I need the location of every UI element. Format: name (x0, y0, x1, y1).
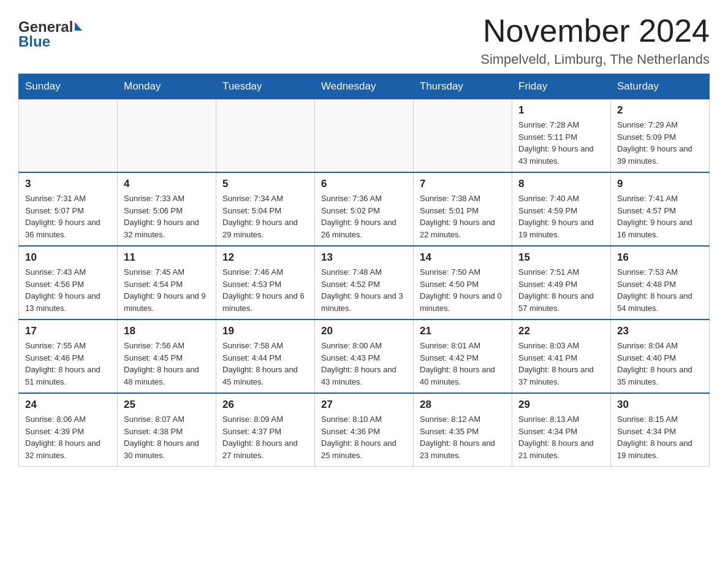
calendar-week-row: 17Sunrise: 7:55 AM Sunset: 4:46 PM Dayli… (19, 320, 710, 393)
day-info: Sunrise: 7:46 AM Sunset: 4:53 PM Dayligh… (222, 266, 308, 314)
day-info: Sunrise: 8:03 AM Sunset: 4:41 PM Dayligh… (518, 340, 604, 388)
table-row (216, 99, 315, 173)
day-info: Sunrise: 8:15 AM Sunset: 4:34 PM Dayligh… (617, 413, 703, 461)
col-tuesday: Tuesday (216, 74, 315, 99)
day-info: Sunrise: 8:07 AM Sunset: 4:38 PM Dayligh… (124, 413, 210, 461)
day-info: Sunrise: 7:58 AM Sunset: 4:44 PM Dayligh… (222, 340, 308, 388)
day-info: Sunrise: 7:29 AM Sunset: 5:09 PM Dayligh… (617, 119, 703, 167)
day-number: 1 (518, 104, 604, 117)
table-row: 4Sunrise: 7:33 AM Sunset: 5:06 PM Daylig… (118, 172, 216, 246)
calendar-header-row: Sunday Monday Tuesday Wednesday Thursday… (19, 74, 710, 99)
day-info: Sunrise: 7:40 AM Sunset: 4:59 PM Dayligh… (518, 193, 604, 240)
table-row (118, 99, 216, 173)
day-info: Sunrise: 7:55 AM Sunset: 4:46 PM Dayligh… (25, 340, 111, 388)
day-info: Sunrise: 8:09 AM Sunset: 4:37 PM Dayligh… (222, 413, 308, 461)
day-info: Sunrise: 7:31 AM Sunset: 5:07 PM Dayligh… (25, 193, 111, 240)
day-info: Sunrise: 8:01 AM Sunset: 4:42 PM Dayligh… (420, 340, 506, 388)
day-number: 24 (25, 399, 111, 411)
day-number: 4 (124, 178, 210, 190)
logo-blue: Blue (18, 33, 50, 50)
day-number: 23 (617, 325, 703, 337)
col-monday: Monday (118, 74, 216, 99)
day-number: 20 (321, 325, 407, 337)
logo-arrow-icon (75, 22, 82, 31)
month-title: November 2024 (480, 12, 710, 49)
table-row: 20Sunrise: 8:00 AM Sunset: 4:43 PM Dayli… (315, 320, 414, 393)
day-info: Sunrise: 7:38 AM Sunset: 5:01 PM Dayligh… (420, 193, 506, 240)
day-number: 19 (222, 325, 308, 337)
day-number: 6 (321, 178, 407, 190)
table-row: 14Sunrise: 7:50 AM Sunset: 4:50 PM Dayli… (414, 246, 512, 320)
calendar-week-row: 10Sunrise: 7:43 AM Sunset: 4:56 PM Dayli… (19, 246, 710, 320)
table-row (414, 99, 512, 173)
day-number: 15 (518, 251, 604, 264)
day-info: Sunrise: 7:48 AM Sunset: 4:52 PM Dayligh… (321, 266, 407, 314)
table-row: 19Sunrise: 7:58 AM Sunset: 4:44 PM Dayli… (216, 320, 315, 393)
table-row: 5Sunrise: 7:34 AM Sunset: 5:04 PM Daylig… (216, 172, 315, 246)
day-number: 21 (420, 325, 506, 337)
col-thursday: Thursday (414, 74, 512, 99)
day-number: 10 (25, 251, 111, 264)
day-number: 11 (124, 251, 210, 264)
day-info: Sunrise: 7:51 AM Sunset: 4:49 PM Dayligh… (518, 266, 604, 314)
day-number: 13 (321, 251, 407, 264)
day-info: Sunrise: 8:04 AM Sunset: 4:40 PM Dayligh… (617, 340, 703, 388)
day-info: Sunrise: 8:00 AM Sunset: 4:43 PM Dayligh… (321, 340, 407, 388)
table-row: 30Sunrise: 8:15 AM Sunset: 4:34 PM Dayli… (611, 393, 710, 467)
table-row: 24Sunrise: 8:06 AM Sunset: 4:39 PM Dayli… (19, 393, 118, 467)
day-number: 27 (321, 399, 407, 411)
table-row: 25Sunrise: 8:07 AM Sunset: 4:38 PM Dayli… (118, 393, 216, 467)
day-info: Sunrise: 7:36 AM Sunset: 5:02 PM Dayligh… (321, 193, 407, 240)
table-row (19, 99, 118, 173)
table-row: 13Sunrise: 7:48 AM Sunset: 4:52 PM Dayli… (315, 246, 414, 320)
day-info: Sunrise: 7:33 AM Sunset: 5:06 PM Dayligh… (124, 193, 210, 240)
day-info: Sunrise: 7:56 AM Sunset: 4:45 PM Dayligh… (124, 340, 210, 388)
table-row: 8Sunrise: 7:40 AM Sunset: 4:59 PM Daylig… (512, 172, 611, 246)
day-number: 29 (518, 399, 604, 411)
day-number: 25 (124, 399, 210, 411)
calendar-week-row: 1Sunrise: 7:28 AM Sunset: 5:11 PM Daylig… (19, 99, 710, 173)
table-row (315, 99, 414, 173)
table-row: 18Sunrise: 7:56 AM Sunset: 4:45 PM Dayli… (118, 320, 216, 393)
day-info: Sunrise: 8:13 AM Sunset: 4:34 PM Dayligh… (518, 413, 604, 461)
table-row: 21Sunrise: 8:01 AM Sunset: 4:42 PM Dayli… (414, 320, 512, 393)
day-info: Sunrise: 8:12 AM Sunset: 4:35 PM Dayligh… (420, 413, 506, 461)
calendar-week-row: 3Sunrise: 7:31 AM Sunset: 5:07 PM Daylig… (19, 172, 710, 246)
page-header: General Blue November 2024 Simpelveld, L… (18, 12, 710, 67)
day-info: Sunrise: 8:10 AM Sunset: 4:36 PM Dayligh… (321, 413, 407, 461)
table-row: 3Sunrise: 7:31 AM Sunset: 5:07 PM Daylig… (19, 172, 118, 246)
table-row: 6Sunrise: 7:36 AM Sunset: 5:02 PM Daylig… (315, 172, 414, 246)
table-row: 9Sunrise: 7:41 AM Sunset: 4:57 PM Daylig… (611, 172, 710, 246)
day-number: 5 (222, 178, 308, 190)
day-number: 12 (222, 251, 308, 264)
title-section: November 2024 Simpelveld, Limburg, The N… (480, 12, 710, 67)
location-title: Simpelveld, Limburg, The Netherlands (480, 52, 710, 67)
table-row: 15Sunrise: 7:51 AM Sunset: 4:49 PM Dayli… (512, 246, 611, 320)
day-info: Sunrise: 7:34 AM Sunset: 5:04 PM Dayligh… (222, 193, 308, 240)
table-row: 28Sunrise: 8:12 AM Sunset: 4:35 PM Dayli… (414, 393, 512, 467)
day-info: Sunrise: 7:45 AM Sunset: 4:54 PM Dayligh… (124, 266, 210, 314)
day-number: 9 (617, 178, 703, 190)
table-row: 26Sunrise: 8:09 AM Sunset: 4:37 PM Dayli… (216, 393, 315, 467)
calendar-week-row: 24Sunrise: 8:06 AM Sunset: 4:39 PM Dayli… (19, 393, 710, 467)
day-number: 16 (617, 251, 703, 264)
day-number: 26 (222, 399, 308, 411)
day-number: 22 (518, 325, 604, 337)
table-row: 7Sunrise: 7:38 AM Sunset: 5:01 PM Daylig… (414, 172, 512, 246)
day-info: Sunrise: 8:06 AM Sunset: 4:39 PM Dayligh… (25, 413, 111, 461)
day-number: 18 (124, 325, 210, 337)
table-row: 23Sunrise: 8:04 AM Sunset: 4:40 PM Dayli… (611, 320, 710, 393)
day-number: 2 (617, 104, 703, 117)
day-info: Sunrise: 7:41 AM Sunset: 4:57 PM Dayligh… (617, 193, 703, 240)
logo: General Blue (18, 12, 82, 50)
table-row: 17Sunrise: 7:55 AM Sunset: 4:46 PM Dayli… (19, 320, 118, 393)
day-info: Sunrise: 7:43 AM Sunset: 4:56 PM Dayligh… (25, 266, 111, 314)
col-friday: Friday (512, 74, 611, 99)
day-number: 8 (518, 178, 604, 190)
table-row: 10Sunrise: 7:43 AM Sunset: 4:56 PM Dayli… (19, 246, 118, 320)
col-saturday: Saturday (611, 74, 710, 99)
day-number: 17 (25, 325, 111, 337)
day-info: Sunrise: 7:50 AM Sunset: 4:50 PM Dayligh… (420, 266, 506, 314)
table-row: 22Sunrise: 8:03 AM Sunset: 4:41 PM Dayli… (512, 320, 611, 393)
day-number: 28 (420, 399, 506, 411)
